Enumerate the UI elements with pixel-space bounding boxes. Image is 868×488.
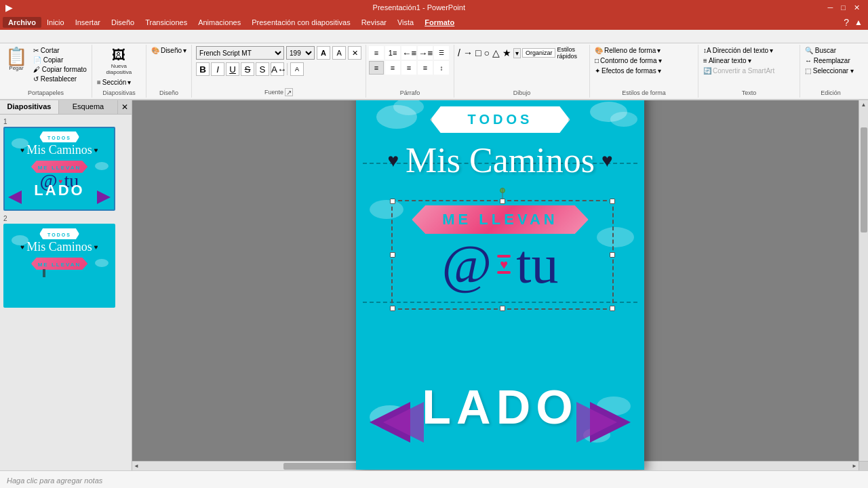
menu-inicio[interactable]: Inicio xyxy=(41,17,70,28)
panel-close-btn[interactable]: ✕ xyxy=(118,100,132,114)
shape-triangle[interactable]: △ xyxy=(492,47,500,59)
shape-rect[interactable]: □ xyxy=(475,47,481,59)
portapapeles-label: Portapapeles xyxy=(0,89,92,96)
slide-list: 1 TODOS ♥ Mis Caminos xyxy=(0,115,132,470)
ribbon-collapse-btn[interactable]: ▲ xyxy=(852,18,865,27)
scroll-track-v[interactable] xyxy=(861,110,867,461)
menu-vista[interactable]: Vista xyxy=(392,17,419,28)
shadow-btn[interactable]: S xyxy=(256,62,269,76)
font-shrink-btn[interactable]: A xyxy=(332,46,346,60)
clear-format-btn[interactable]: ✕ xyxy=(348,46,361,60)
tab-diapositivas[interactable]: Diapositivas xyxy=(0,100,59,114)
scrollbar-vertical[interactable]: ▲ ▼ xyxy=(859,100,868,470)
close-btn[interactable]: ✕ xyxy=(851,3,863,12)
app-icon: ▶ xyxy=(5,2,13,13)
slide-item-1[interactable]: 1 TODOS ♥ Mis Caminos xyxy=(3,118,128,211)
formato-shapes-label: Estilos de forma xyxy=(590,89,698,96)
direccion-btn[interactable]: ↕A Dirección del texto ▾ xyxy=(701,46,797,55)
scroll-left-btn[interactable]: ◄ xyxy=(132,462,140,470)
slide-panel: Diapositivas Esquema ✕ 1 TODO xyxy=(0,100,132,470)
shape-arrow[interactable]: → xyxy=(462,47,473,59)
shape-oval[interactable]: ○ xyxy=(483,47,490,59)
align-left-btn[interactable]: ≡ xyxy=(369,61,384,75)
increase-indent-btn[interactable]: →≡ xyxy=(418,46,433,60)
handle-tm[interactable] xyxy=(500,199,505,204)
copiar-formato-btn[interactable]: 🖌 Copiar formato xyxy=(31,65,89,74)
align-right-btn[interactable]: ≡ xyxy=(401,61,416,75)
at-symbol: @ xyxy=(442,237,492,291)
line-spacing-btn[interactable]: ↕ xyxy=(434,61,449,75)
menu-insertar[interactable]: Insertar xyxy=(70,17,106,28)
tab-esquema[interactable]: Esquema xyxy=(59,100,118,114)
rotation-handle[interactable] xyxy=(500,188,505,193)
convertir-btn[interactable]: 🔄 Convertir a SmartArt xyxy=(701,66,797,75)
fuente-label-row: Fuente ↗ xyxy=(192,88,366,96)
estilos-rapidos-btn[interactable]: Estilos rápidos xyxy=(557,46,577,60)
handle-bl[interactable] xyxy=(390,306,395,311)
handle-br[interactable] xyxy=(610,306,615,311)
font-size-select[interactable]: 199 xyxy=(286,46,315,60)
buscar-btn[interactable]: 🔍 Buscar xyxy=(803,46,859,55)
columns-btn[interactable]: ☰ xyxy=(434,46,449,60)
diseno-btn[interactable]: 🎨 Diseño ▾ xyxy=(149,46,189,55)
pegar-btn[interactable]: 📋 Pegar xyxy=(3,46,30,73)
cortar-btn[interactable]: ✂ Cortar xyxy=(31,46,89,55)
fuente-dialog-btn[interactable]: ↗ xyxy=(285,88,293,96)
nueva-diapositiva-btn[interactable]: 🖼 Nuevadiapositiva xyxy=(95,46,143,77)
diseno-label-group: Diseño xyxy=(146,89,191,96)
handle-tr[interactable] xyxy=(610,199,615,204)
thumb1-lado: LADO xyxy=(34,182,84,199)
spacing-btn[interactable]: A↔ xyxy=(271,62,284,76)
maximize-btn[interactable]: □ xyxy=(838,3,848,12)
seccion-btn[interactable]: ≡ Sección ▾ xyxy=(95,78,143,87)
menu-diseno[interactable]: Diseño xyxy=(106,17,140,28)
relleno-btn[interactable]: 🎨 Relleno de forma ▾ xyxy=(593,46,695,55)
handle-mr[interactable] xyxy=(610,252,615,258)
font-color-btn[interactable]: A xyxy=(290,62,304,76)
efectos-btn[interactable]: ✦ Efectos de formas ▾ xyxy=(593,66,695,75)
italic-btn[interactable]: I xyxy=(211,62,224,76)
diseno-arrow: ▾ xyxy=(183,47,186,54)
menu-revisar[interactable]: Revisar xyxy=(356,17,392,28)
handle-ml[interactable] xyxy=(390,252,395,258)
justify-btn[interactable]: ≡ xyxy=(418,61,433,75)
reemplazar-btn[interactable]: ↔ Reemplazar xyxy=(803,56,859,65)
strikethrough-btn[interactable]: S xyxy=(241,62,254,76)
bullets-btn[interactable]: ≡ xyxy=(369,46,384,60)
slide-item-2[interactable]: 2 TODOS ♥ Mis Caminos xyxy=(3,215,128,308)
restablecer-btn[interactable]: ↺ Restablecer xyxy=(31,75,89,83)
copiar-btn[interactable]: 📄 Copiar xyxy=(31,56,89,64)
scroll-right-btn[interactable]: ► xyxy=(850,462,859,470)
menu-archivo[interactable]: Archivo xyxy=(3,17,41,28)
shape-line[interactable]: / xyxy=(457,47,461,59)
minimize-btn[interactable]: ─ xyxy=(825,3,836,12)
menu-animaciones[interactable]: Animaciones xyxy=(193,17,246,28)
ribbon-group-fuente: French Script MT 199 A A ✕ B I U S S A↔ … xyxy=(192,45,366,98)
slide-thumb-1[interactable]: TODOS ♥ Mis Caminos ♥ ME LLEVAN xyxy=(3,127,115,211)
scroll-thumb-v[interactable] xyxy=(861,127,867,232)
shape-star[interactable]: ★ xyxy=(502,47,512,59)
more-shapes-btn[interactable]: ▾ xyxy=(513,48,521,58)
slide-thumb-2[interactable]: TODOS ♥ Mis Caminos ♥ ME LLEVAN xyxy=(3,224,115,308)
notes-bar[interactable]: Haga clic para agregar notas xyxy=(0,470,868,488)
font-name-select[interactable]: French Script MT xyxy=(196,46,284,60)
seleccionar-btn[interactable]: ⬚ Seleccionar ▾ xyxy=(803,66,859,75)
align-center-btn[interactable]: ≡ xyxy=(385,61,400,75)
help-icon[interactable]: ? xyxy=(841,17,852,28)
panel-tabs: Diapositivas Esquema ✕ xyxy=(0,100,132,115)
menu-transiciones[interactable]: Transiciones xyxy=(140,17,193,28)
menu-presentacion[interactable]: Presentación con diapositivas xyxy=(246,17,356,28)
numbering-btn[interactable]: 1≡ xyxy=(385,46,400,60)
shapes-grid: / → □ ○ △ ★ ▾ Organizar Estilos rápidos xyxy=(457,46,587,69)
font-grow-btn[interactable]: A xyxy=(317,46,330,60)
main-slide[interactable]: TODOS ♥ Mis Caminos ♥ xyxy=(356,100,644,470)
bold-btn[interactable]: B xyxy=(196,62,210,76)
handle-bm[interactable] xyxy=(500,306,505,311)
contorno-btn[interactable]: □ Contorno de forma ▾ xyxy=(593,56,695,65)
scroll-up-btn[interactable]: ▲ xyxy=(860,100,868,109)
menu-formato[interactable]: Formato xyxy=(419,17,460,28)
underline-btn[interactable]: U xyxy=(226,62,239,76)
decrease-indent-btn[interactable]: ←≡ xyxy=(401,46,416,60)
alinear-texto-btn[interactable]: ≡ Alinear texto ▾ xyxy=(701,56,797,65)
organizar-btn[interactable]: Organizar xyxy=(522,48,556,58)
